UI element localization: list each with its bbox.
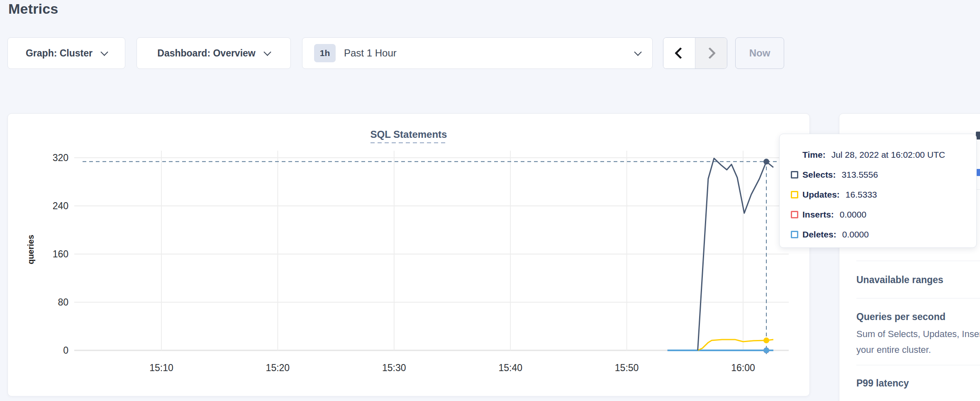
svg-text:16:00: 16:00 [731,362,755,373]
svg-text:15:20: 15:20 [266,362,290,373]
tooltip-series-label: Selects: [802,170,836,180]
tooltip-series-row: Inserts: 0.0000 [791,205,976,225]
deletes-swatch-icon [791,231,798,238]
svg-text:15:40: 15:40 [498,362,522,373]
graph-dropdown[interactable]: Graph: Cluster [7,37,125,69]
sql-statements-chart-svg[interactable]: 08016024032015:1015:2015:3015:4015:5016:… [8,114,810,397]
time-range-badge: 1h [314,44,336,62]
tooltip-series-value: 0.0000 [842,230,869,240]
svg-text:160: 160 [53,249,68,259]
sidebar-description-line: your entire cluster. [856,345,931,355]
svg-text:320: 320 [53,152,68,163]
dashboard-dropdown[interactable]: Dashboard: Overview [137,37,291,69]
graph-dropdown-label: Graph: Cluster [26,48,93,59]
sidebar-section-queries-per-second: Queries per second [856,311,946,323]
tooltip-series-label: Updates: [802,190,840,200]
sql-statements-chart-card: SQL Statements 08016024032015:1015:2015:… [7,113,810,396]
next-interval-button-disabled[interactable] [695,38,727,68]
svg-text:queries: queries [26,235,35,264]
tooltip-time-row: Time: Jul 28, 2022 at 16:02:00 UTC [791,145,976,165]
sidebar-divider [856,298,980,298]
selects-swatch-icon [791,171,798,178]
svg-text:15:50: 15:50 [615,362,639,373]
chevron-down-icon [263,48,271,56]
now-button-disabled[interactable]: Now [735,37,784,69]
time-range-dropdown[interactable]: 1h Past 1 Hour [302,37,653,69]
tooltip-series-row: Selects: 313.5556 [791,165,976,185]
inserts-swatch-icon [791,211,798,218]
sidebar-divider [856,261,980,261]
svg-text:15:30: 15:30 [382,362,406,373]
tooltip-series-value: 0.0000 [840,210,866,220]
tooltip-series-value: 16.5333 [846,190,877,200]
svg-text:80: 80 [58,297,68,308]
tooltip-series-row: Updates: 16.5333 [791,185,976,205]
sidebar-description-line: Sum of Selects, Updates, Inser [856,329,980,340]
sidebar-divider [856,365,980,365]
chevron-down-icon [634,48,641,56]
tooltip-time-label: Time: [802,150,826,160]
tooltip-series-label: Inserts: [802,210,834,220]
chevron-down-icon [100,48,108,56]
dashboard-dropdown-label: Dashboard: Overview [157,48,255,59]
chevron-left-icon [675,47,686,59]
tooltip-series-value: 313.5556 [842,170,878,180]
chevron-right-icon [704,47,716,59]
sidebar-section-unavailable-ranges: Unavailable ranges [856,274,943,286]
prev-interval-button[interactable] [663,38,695,68]
sidebar-section-p99-latency: P99 latency [856,378,909,389]
updates-swatch-icon [791,191,798,198]
svg-text:240: 240 [53,200,68,211]
svg-text:15:10: 15:10 [149,362,173,373]
svg-text:0: 0 [63,345,68,356]
tooltip-series-label: Deletes: [802,230,836,240]
time-step-buttons [663,37,727,69]
tooltip-series-row: Deletes: 0.0000 [791,225,976,245]
cutoff-link-text-fragment [976,169,980,176]
chart-hover-tooltip: Time: Jul 28, 2022 at 16:02:00 UTC Selec… [779,134,977,248]
time-range-label: Past 1 Hour [344,47,627,59]
tooltip-time-value: Jul 28, 2022 at 16:02:00 UTC [831,150,945,160]
chart-title[interactable]: SQL Statements [371,129,447,143]
page-title: Metrics [8,1,58,17]
